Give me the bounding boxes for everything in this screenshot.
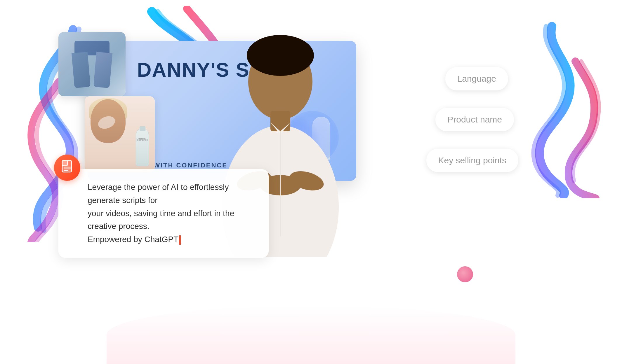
chat-text-content: Leverage the power of AI to effortlessly… [88,183,234,244]
script-icon-button[interactable] [54,155,80,181]
key-selling-points-input[interactable]: Key selling points [426,149,518,172]
svg-rect-3 [270,111,290,131]
svg-point-2 [247,35,314,76]
scene: DANNY'S STORE SHOP WITH CONFIDENCE ANYTI… [0,0,622,364]
jeans-leg-left [72,52,91,88]
svg-rect-10 [62,160,67,166]
cosmetic-product-card: JANSSEN COSMETICS [85,96,155,172]
jeans-visual [58,32,126,96]
product-name-input[interactable]: Product name [435,108,514,131]
cream-smear-icon [96,114,117,131]
jeans-shape-icon [73,41,111,88]
text-cursor-icon [179,235,181,245]
jeans-product-card [58,32,126,96]
chat-bubble-card: Leverage the power of AI to effortlessly… [58,169,269,258]
right-blue-wave-icon [517,18,610,198]
chat-bubble-text: Leverage the power of AI to effortlessly… [88,181,254,246]
cream-tube-brand-label: JANSSEN COSMETICS [137,137,147,141]
cream-tube-icon: JANSSEN COSMETICS [136,128,149,166]
language-input[interactable]: Language [445,67,508,90]
cosmetic-visual: JANSSEN COSMETICS [85,96,155,172]
script-icon [60,159,74,176]
cream-tube-top-icon [140,126,145,131]
jeans-leg-right [93,52,112,88]
bottom-gradient-decoration [107,306,515,364]
pink-blob-decoration [457,266,473,282]
model-face-icon [91,99,126,143]
